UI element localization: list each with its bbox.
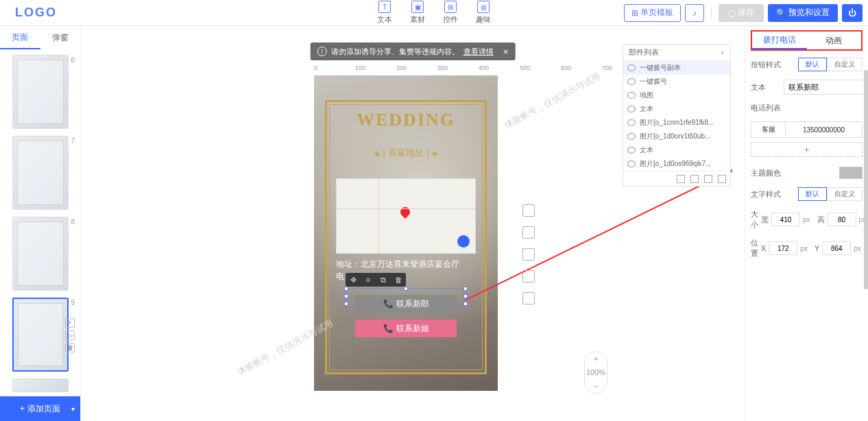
tool-fun[interactable]: ◍趣味 [476,1,491,25]
height-input[interactable] [828,213,856,226]
tab-animation[interactable]: 动画 [807,32,862,49]
eye-icon[interactable] [627,133,636,140]
bulb-icon: ◍ [477,1,490,13]
template-button[interactable]: ⊞单页模板 [624,4,681,22]
power-button[interactable]: ⏻ [842,4,863,22]
tab-pages[interactable]: 页面 [0,26,40,49]
handle-n[interactable] [404,287,408,291]
layer-down-icon[interactable] [690,175,699,183]
locate-icon[interactable] [457,235,470,248]
eye-icon[interactable] [627,64,636,71]
label-position: 位置 [751,238,758,258]
grid-icon[interactable] [522,248,535,261]
layers-close[interactable]: × [721,49,725,57]
play-icon[interactable] [522,204,535,217]
tb-layer-icon[interactable]: ≡ [361,273,376,287]
layers-panel: 部件列表× 一键拨号副本 一键拨号 地图 文本 图片[o_1cnm1rfe91f… [623,44,731,187]
eye-icon[interactable] [627,92,636,99]
handle-se[interactable] [463,302,468,306]
add-phone-button[interactable]: + [751,142,863,157]
seg-custom[interactable]: 自定义 [827,58,863,71]
phone-row[interactable]: 客服 13500000000 [751,121,863,138]
tool-widget[interactable]: ⊞控件 [443,1,458,25]
handle-e[interactable] [463,294,468,298]
logo: LOGO [5,5,67,20]
alert-link[interactable]: 查看详情 [463,47,494,57]
eye-icon[interactable] [627,119,636,126]
add-page-button[interactable]: + 添加页面 ▾ [0,396,80,421]
thumb-add-icon[interactable]: + [65,318,75,328]
phone-icon: 📞 [383,324,394,333]
contact-bride-button[interactable]: 📞联系新娘 [355,320,457,337]
watermark: 体验帐号，仅供演示与试用 [503,70,603,131]
eye-icon[interactable] [627,78,636,85]
plus-icon: + [20,404,25,413]
layer-item[interactable]: 图片[o_1d0orv1t60ub... [623,130,730,143]
music-button[interactable]: ♪ [685,4,704,22]
color-swatch[interactable] [839,167,863,179]
zoom-out[interactable]: − [594,379,598,393]
map-pin-icon [398,205,412,219]
text-icon: T [378,1,391,13]
thumb-del-icon[interactable]: 🗑 [65,343,75,352]
map-widget[interactable] [336,178,476,254]
tb-delete-icon[interactable]: 🗑 [391,273,406,287]
layer-item[interactable]: 一键拨号 [623,75,730,88]
save-icon: ▢ [728,8,736,18]
layer-item[interactable]: 文本 [623,102,730,116]
layer-item[interactable]: 文本 [623,143,730,157]
eye-icon[interactable] [627,106,636,112]
label-btn-style: 按钮样式 [751,60,784,70]
layer-item[interactable]: 地图 [623,88,730,102]
handle-w[interactable] [344,294,348,298]
page-thumb-9[interactable] [12,298,69,372]
tab-call[interactable]: 拨打电话 [752,32,807,49]
seg-default[interactable]: 默认 [798,58,827,71]
zoom-control[interactable]: + 100% − [584,351,607,394]
eye-icon[interactable] [627,147,636,154]
label-size: 大小 [751,209,758,230]
device-icon[interactable] [522,270,535,282]
page-thumb-6[interactable] [12,55,69,129]
tab-popup[interactable]: 弹窗 [40,26,81,49]
y-input[interactable] [822,241,851,255]
tool-text[interactable]: T文本 [377,1,392,25]
phone-icon: 📞 [383,299,394,309]
thumb-copy-icon[interactable]: ▭ [65,330,75,340]
alert-close[interactable]: × [503,47,509,57]
layer-delete-icon[interactable] [718,175,726,183]
layer-up-icon[interactable] [677,175,685,183]
handle-nw[interactable] [344,287,348,291]
seg-custom-2[interactable]: 自定义 [827,187,863,201]
layer-item[interactable]: 一键拨号副本 [623,61,730,75]
copy-icon[interactable] [522,226,535,239]
download-icon[interactable] [522,292,535,304]
layers-title: 部件列表 [629,47,659,58]
layer-item[interactable]: 图片[o_1cnm1rfe91fk8... [623,116,730,130]
contact-groom-button[interactable]: 📞联系新郎 [355,295,457,313]
width-input[interactable] [771,213,800,226]
tb-copy-icon[interactable]: ⧉ [376,273,391,287]
selection-toolbar: ✥ ≡ ⧉ 🗑 [346,273,406,287]
scrollbar[interactable] [864,70,868,289]
eye-icon[interactable] [627,160,636,167]
page-thumb-7[interactable] [12,136,69,210]
tb-move-icon[interactable]: ✥ [346,273,361,287]
page-thumb-10[interactable] [12,378,69,392]
page-thumb-8[interactable] [12,217,69,291]
ruler: 0100200300400500600700 [314,64,643,74]
handle-ne[interactable] [463,287,468,291]
canvas-stage[interactable]: WEDDING ◈ |喜宴地址| ◈ 地址：北京万达喜来登酒店宴会厅 电 ✥ ≡… [314,75,498,391]
x-input[interactable] [769,241,797,255]
save-button[interactable]: ▢保存 [719,4,764,22]
label-phone-list: 电话列表 [751,103,784,113]
seg-default-2[interactable]: 默认 [798,187,827,201]
preview-button[interactable]: 🔍预览和设置 [768,4,838,22]
text-input[interactable] [784,80,868,95]
layer-item[interactable]: 图片[o_1d0os969qik7... [623,157,730,171]
handle-sw[interactable] [344,302,348,306]
zoom-in[interactable]: + [594,352,598,365]
tool-asset[interactable]: ▣素材 [410,1,425,25]
label-text-style: 文字样式 [751,189,784,200]
layer-folder-icon[interactable] [704,175,712,183]
